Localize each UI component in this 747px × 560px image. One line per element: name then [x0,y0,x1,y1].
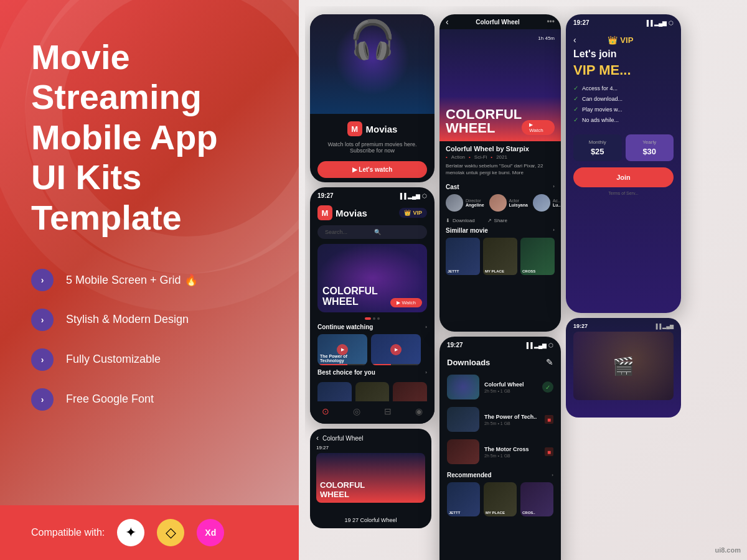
watch-action-button[interactable]: ▶ Watch [522,120,555,135]
yearly-card[interactable]: Yearly $30 [626,134,674,161]
monthly-label: Monthly [578,139,617,145]
column-3: 19:27 ▐▐ ▂▄▆ ⬡ ‹ 👑 VIP Let's join VIP ME… [566,11,681,560]
feature-icon-3: › [31,348,54,371]
similar-1[interactable]: JETTT [446,238,480,275]
similar-more[interactable]: › [553,227,555,234]
vip-feature-1: ✓ Access for 4... [573,85,674,91]
phone-home: 19:27 ▐▐ ▂▄▆ ⬡ M Movias 👑 VIP Search... … [310,187,435,424]
lets-watch-button[interactable]: ▶ Let's watch [317,161,427,178]
check-icon-2: ✓ [573,95,578,102]
vip-title: 👑 VIP [608,35,633,45]
detail-more-icon[interactable]: ••• [547,17,555,26]
continue-watching-header: Continue watching › [310,324,435,334]
similar-3[interactable]: CROSS [520,238,555,275]
phones-container: 🎧 M Movias Watch lots of premium movies … [305,6,741,560]
rec-2[interactable]: MY PLACE [484,482,517,516]
dl-title-1: Colorful Wheel [484,381,537,388]
cast-section: Cast › Director Angeline [439,184,561,215]
download-btn[interactable]: ⬇ Download [446,218,475,223]
compat-label: Compatible with: [31,527,105,538]
progress-fill-2 [371,364,391,365]
dl-meta-3: 2h 5m • 1 GB [484,454,540,458]
nav-search-icon[interactable]: ◎ [353,406,360,416]
cast-avatar-2 [489,194,507,212]
cast-more[interactable]: › [553,184,555,190]
share-icon: ↗ [487,218,492,223]
dot-1 [365,317,371,320]
recommended-more[interactable]: › [552,472,553,478]
column-1: 🎧 M Movias Watch lots of premium movies … [310,11,435,560]
movias-logo: M Movias [317,121,427,136]
rec-3[interactable]: CROS.. [520,482,553,516]
share-btn[interactable]: ↗ Share [487,218,507,223]
rec-label-2: MY PLACE [486,511,505,515]
downloads-status-bar: 19:27 ▐▐ ▂▄▆ ⬡ [439,337,561,352]
monthly-price: $25 [578,147,617,156]
watch-mini-button[interactable]: ▶ Watch [390,298,422,307]
similar-section: Simillar movie › JETTT MY PLACE CROSS [439,227,561,275]
dl-status-1: ✓ [542,381,553,393]
mini-vip-time: 19:27 [573,323,588,329]
continue-thumb-1[interactable]: ▶ The Power ofTechnology [317,334,367,365]
phone-downloads: 19:27 ▐▐ ▂▄▆ ⬡ Downloads ✎ Colorful Whee… [439,337,561,560]
featured-banner[interactable]: COLORFULWHEEL ▶ Watch [317,244,427,312]
movias-m-icon: M [347,121,362,136]
detail-back-btn[interactable]: ‹ [446,17,449,27]
similar-label-3: CROSS [522,269,535,273]
cast-member-3: Ac.. Lu.. [533,194,560,212]
progress-bar-2 [371,364,421,365]
recommended-title: Recommended [447,472,492,478]
movie-title-main: Colorful Wheel by Starpix [446,145,555,152]
cast-avatar-3 [533,194,550,212]
nav-bookmark-icon[interactable]: ⊟ [384,406,392,416]
search-bar[interactable]: Search... 🔍 [317,225,427,239]
dl-item-1: Colorful Wheel 2h 5m • 1 GB ✓ [439,371,561,403]
feature-item-2: › Stylish & Modern Design [31,309,268,331]
vip-badge-home[interactable]: 👑 VIP [399,208,427,218]
join-vip-button[interactable]: Join [573,167,674,187]
left-panel: Movie Streaming Mobile App UI Kits Templ… [0,0,299,560]
main-title: Movie Streaming Mobile App UI Kits Templ… [31,37,268,238]
terms-text: Terms of Serv... [566,187,681,199]
dl-item-2: The Power of Tech.. 2h 5m • 1 GB ■ [439,403,561,436]
mini-bottom-content: ‹ Colorful Wheel 19:27 COLORFULWHEEL [310,429,431,508]
dot-3 [377,317,380,320]
phone-mini-bottom: ‹ Colorful Wheel 19:27 COLORFULWHEEL 19 … [310,429,431,528]
mini-back[interactable]: ‹ [316,434,319,442]
edit-icon[interactable]: ✎ [546,357,553,367]
dl-title-3: The Motor Cross [484,446,540,452]
dl-meta-2: 2h 5m • 1 GB [484,421,540,426]
splash-content: M Movias Watch lots of premium movies he… [310,114,435,182]
dl-thumb-1 [447,375,479,399]
dl-thumb-2 [447,407,479,432]
column-2: ‹ Colorful Wheel ••• COLORFULWHEEL 1h 45… [439,11,561,560]
play-overlay-2: ▶ [390,344,402,355]
compatibility-bar: Compatible with: ✦ ◇ Xd [0,505,299,560]
recommended-header: Recommended › [447,472,553,478]
dl-info-3: The Motor Cross 2h 5m • 1 GB [484,446,540,458]
continue-thumb-2[interactable]: ▶ [371,334,421,365]
detail-header: ‹ Colorful Wheel ••• [439,14,561,29]
nav-home-icon[interactable]: ⊙ [322,406,329,416]
cast-name-2: Luisyana [509,203,528,207]
tag-action: Action [451,154,465,160]
similar-2[interactable]: MY PLACE [483,238,517,275]
splash-subtitle: Watch lots of premium movies here. Subsc… [317,141,427,154]
nav-user-icon[interactable]: ◉ [415,406,423,416]
continue-more[interactable]: › [425,324,427,330]
vip-back-icon[interactable]: ‹ [573,35,576,45]
watermark: ui8.com [715,546,741,554]
movie-hero-title: COLORFULWHEEL [446,108,522,135]
rec-1[interactable]: JETTT [447,482,480,516]
detail-header-title: Colorful Wheel [476,19,520,26]
vip-member-text: VIP ME... [566,62,681,85]
dl-thumb-3 [447,439,479,464]
best-more[interactable]: › [425,370,427,375]
feature-item-4: › Free Google Font [31,388,268,411]
cast-role-1: Director [466,198,484,203]
dot-2 [373,317,375,320]
right-section: 🎧 M Movias Watch lots of premium movies … [299,0,747,560]
monthly-card[interactable]: Monthly $25 [573,134,622,161]
home-time: 19:27 [317,192,334,199]
feature-icon-4: › [31,388,54,411]
